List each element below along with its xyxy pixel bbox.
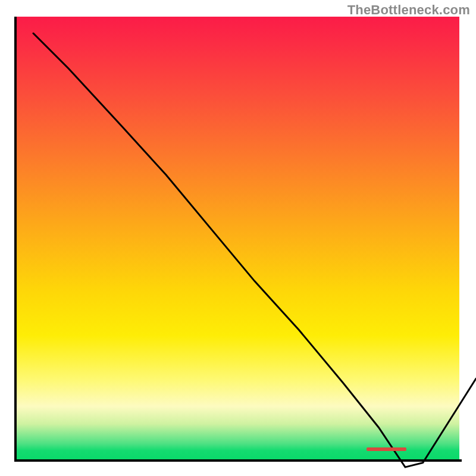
chart-container: { "watermark": "TheBottleneck.com", "cha… (0, 0, 476, 476)
optimal-range-marker (367, 447, 406, 451)
y-axis (14, 17, 17, 462)
line-series (33, 33, 476, 476)
plot-area (17, 17, 459, 459)
x-axis (14, 459, 462, 462)
watermark-text: TheBottleneck.com (347, 2, 470, 18)
bottleneck-curve-path (33, 33, 476, 467)
